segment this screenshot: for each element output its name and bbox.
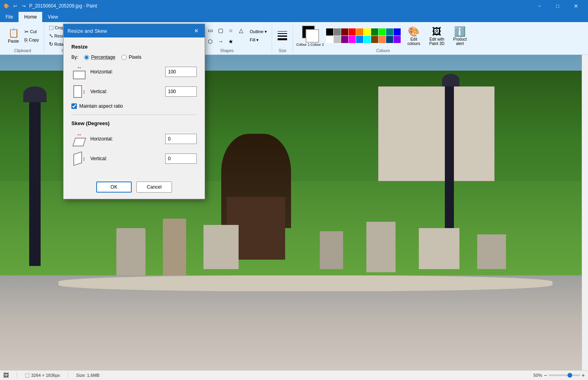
zoom-out-button[interactable]: − bbox=[544, 372, 547, 378]
dialog-body: Resize By: Percentage Pixels ↔ bbox=[63, 37, 205, 177]
outline-label: Outline ▾ bbox=[250, 29, 267, 34]
app-icon: 🎨 bbox=[3, 3, 9, 9]
color-swatch-2[interactable] bbox=[341, 28, 348, 36]
skew-horizontal-label: Horizontal: bbox=[90, 136, 162, 142]
color-swatch-13[interactable] bbox=[349, 36, 356, 43]
shape-star[interactable]: ★ bbox=[226, 37, 235, 46]
maintain-ratio-label: Maintain aspect ratio bbox=[79, 103, 123, 109]
skew-section-title: Skew (Degrees) bbox=[71, 120, 197, 126]
zoom-percent: 50% bbox=[534, 373, 542, 378]
color-swatch-14[interactable] bbox=[356, 36, 363, 43]
tombstone-2 bbox=[163, 219, 186, 275]
color-swatch-16[interactable] bbox=[371, 36, 378, 43]
shapes-options: Outline ▾ Fill ▾ bbox=[248, 28, 269, 43]
skew-vertical-input[interactable] bbox=[165, 153, 197, 164]
shape-arrow-right[interactable]: → bbox=[216, 37, 225, 46]
zoom-in-button[interactable]: + bbox=[582, 372, 585, 378]
horizontal-label: Horizontal: bbox=[90, 69, 162, 75]
clipboard-group-label: Clipboard bbox=[14, 49, 31, 53]
minimize-button[interactable]: − bbox=[530, 0, 549, 12]
fill-label: Fill ▾ bbox=[250, 37, 259, 43]
color-swatch-9[interactable] bbox=[394, 28, 401, 36]
resize-icon: ⤡ bbox=[49, 33, 53, 39]
tombstone-4 bbox=[320, 231, 343, 269]
close-button[interactable]: ✕ bbox=[567, 0, 585, 12]
copy-button[interactable]: ⎘ Copy bbox=[23, 36, 41, 44]
by-label: By: bbox=[71, 54, 84, 60]
size-selector[interactable] bbox=[275, 30, 289, 41]
photo-lamp-left bbox=[29, 93, 41, 266]
dialog-close-button[interactable]: ✕ bbox=[192, 26, 201, 35]
edit-paint3d-btn[interactable]: 🖼 Edit with Paint 3D bbox=[426, 26, 448, 46]
percentage-radio[interactable] bbox=[84, 55, 89, 60]
edit-colours-icon: 🎨 bbox=[408, 26, 420, 37]
color-swatch-1[interactable] bbox=[334, 28, 341, 36]
status-filesize-item: Size: 1,6MB bbox=[76, 373, 99, 378]
tab-home[interactable]: Home bbox=[19, 12, 42, 22]
tab-view[interactable]: View bbox=[42, 12, 63, 22]
maintain-ratio-checkbox[interactable] bbox=[71, 103, 77, 109]
skew-v-shape-icon bbox=[73, 151, 82, 166]
color-swatch-4[interactable] bbox=[356, 28, 363, 36]
color-swatch-5[interactable] bbox=[364, 28, 371, 36]
color-swatch-18[interactable] bbox=[386, 36, 393, 43]
color-swatch-12[interactable] bbox=[341, 36, 348, 43]
redo-icon[interactable]: ↪ bbox=[21, 3, 27, 9]
paste-button[interactable]: 📋 Paste bbox=[5, 26, 22, 45]
skew-h-shape-icon bbox=[72, 138, 86, 146]
cut-button[interactable]: ✂ Cut bbox=[23, 28, 41, 36]
tab-file[interactable]: File bbox=[0, 12, 19, 22]
horizontal-input[interactable] bbox=[165, 67, 197, 77]
zoom-controls: 50% − + bbox=[534, 372, 585, 378]
percentage-radio-label[interactable]: Percentage bbox=[84, 54, 115, 60]
shape-triangle[interactable]: △ bbox=[236, 26, 246, 35]
color-swatch-17[interactable] bbox=[379, 36, 386, 43]
shape-hexagon[interactable]: ⬡ bbox=[205, 37, 215, 46]
maintain-ratio-row[interactable]: Maintain aspect ratio bbox=[71, 103, 197, 109]
photo-building bbox=[378, 86, 495, 181]
shape-ellipse[interactable]: ○ bbox=[226, 26, 235, 35]
outline-button[interactable]: Outline ▾ bbox=[248, 28, 269, 35]
color-swatch-3[interactable] bbox=[349, 28, 356, 36]
shape-rounded-rect[interactable]: ▢ bbox=[216, 26, 225, 35]
product-alert-btn[interactable]: ℹ️ Product alert bbox=[450, 26, 470, 46]
shape-rect[interactable]: ▭ bbox=[205, 26, 215, 35]
resize-vertical-row: ↕ Vertical: bbox=[71, 84, 197, 99]
ribbon-group-size: Size bbox=[272, 23, 293, 54]
color-swatch-10[interactable] bbox=[326, 36, 333, 43]
color-swatch-15[interactable] bbox=[364, 36, 371, 43]
skew-horizontal-input[interactable] bbox=[165, 134, 197, 144]
colour1-label: Colour 1 bbox=[296, 43, 310, 47]
title-bar-title: P_20150604_205209.jpg - Paint bbox=[29, 3, 97, 9]
maximize-button[interactable]: □ bbox=[549, 0, 567, 12]
pixels-radio-label[interactable]: Pixels bbox=[121, 54, 141, 60]
pixels-radio[interactable] bbox=[121, 55, 127, 60]
clipboard-items: 📋 Paste ✂ Cut ⎘ Copy bbox=[5, 24, 41, 48]
zoom-slider-track[interactable] bbox=[549, 374, 580, 376]
color-swatch-0[interactable] bbox=[326, 28, 333, 36]
skew-h-arrow-icon: ↔ bbox=[77, 131, 82, 138]
color-swatch-11[interactable] bbox=[334, 36, 341, 43]
resize-v-visual: ↕ bbox=[73, 85, 86, 98]
color-swatch-6[interactable] bbox=[371, 28, 378, 36]
shapes-group-label: Shapes bbox=[220, 49, 233, 53]
status-image-icon: 🖼 bbox=[3, 372, 9, 378]
color2-box[interactable] bbox=[306, 29, 319, 43]
vertical-input[interactable] bbox=[165, 86, 197, 97]
skew-h-visual: ↔ bbox=[74, 131, 85, 146]
undo-icon[interactable]: ↩ bbox=[12, 3, 18, 9]
skew-h-icon-box: ↔ bbox=[71, 131, 87, 147]
ok-button[interactable]: OK bbox=[96, 182, 132, 193]
color-swatch-19[interactable] bbox=[394, 36, 401, 43]
edit-colours-label: Edit colours bbox=[404, 37, 424, 46]
scroll-right[interactable] bbox=[582, 55, 588, 370]
edit-colours-btn[interactable]: 🎨 Edit colours bbox=[404, 26, 424, 46]
color-swatch-8[interactable] bbox=[386, 28, 393, 36]
fill-button[interactable]: Fill ▾ bbox=[248, 37, 269, 43]
zoom-slider-thumb[interactable] bbox=[567, 373, 572, 378]
product-alert-label: Product alert bbox=[450, 37, 470, 46]
color-swatch-7[interactable] bbox=[379, 28, 386, 36]
tombstone-7 bbox=[477, 234, 506, 269]
cancel-button[interactable]: Cancel bbox=[136, 182, 172, 193]
rotate-icon: ↻ bbox=[49, 41, 53, 47]
